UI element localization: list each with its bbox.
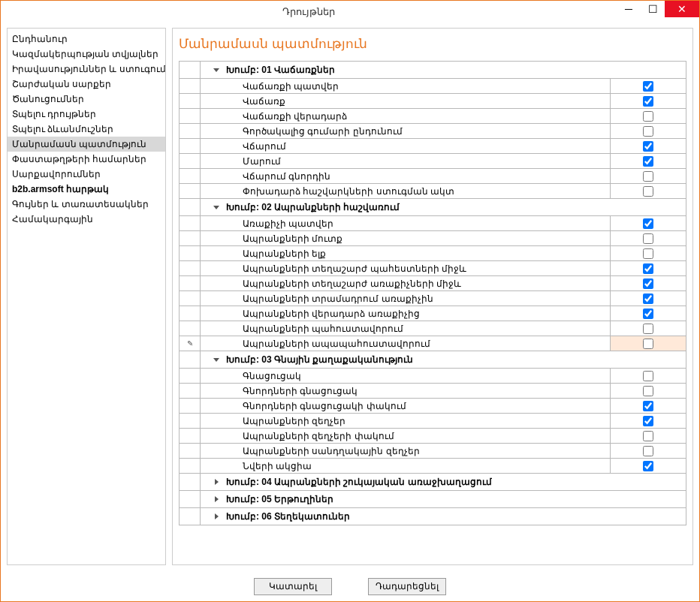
table-row[interactable]: Վաճառքի վերադարձ (180, 109, 686, 124)
table-row[interactable]: Ապրանքների տրամադրում առաքիչին (180, 291, 686, 306)
row-checkbox[interactable] (643, 309, 653, 319)
sidebar-item[interactable]: Ընդհանուր (8, 32, 165, 47)
table-row[interactable]: Ապրանքների պահուստավորում (180, 321, 686, 336)
group-header[interactable]: Խումբ: 06 Տեղեկատուներ (180, 508, 686, 525)
sidebar-item[interactable]: b2b.armsoft հարթակ (8, 182, 165, 197)
row-handle (180, 199, 201, 215)
close-button[interactable]: ✕ (665, 1, 699, 17)
row-checkbox[interactable] (643, 293, 653, 304)
sidebar-item[interactable]: Իրավասություններ և ստուգումներ (8, 62, 165, 77)
table-row[interactable]: Վաճառքի պատվեր (180, 79, 686, 94)
minimize-button[interactable]: ─ (617, 1, 641, 17)
row-label: Ապրանքների տեղաշարժ առաքիչների միջև (201, 276, 611, 290)
row-checkbox[interactable] (643, 401, 653, 411)
group-header[interactable]: Խումբ: 01 Վաճառքներ (180, 62, 686, 79)
row-handle (180, 414, 201, 428)
settings-grid: Խումբ: 01 ՎաճառքներՎաճառքի պատվերՎաճառքՎ… (179, 61, 686, 525)
sidebar-item[interactable]: Շարժական սարքեր (8, 77, 165, 92)
row-checkbox[interactable] (643, 248, 653, 259)
collapse-icon[interactable] (211, 206, 222, 209)
cancel-button[interactable]: Դադարեցնել (368, 578, 446, 595)
group-label: Խումբ: 01 Վաճառքներ (226, 65, 335, 75)
row-label: Ապրանքների սանդղակային զեղչեր (201, 444, 611, 458)
sidebar-item[interactable]: Փաստաթղթերի համարներ (8, 152, 165, 167)
group-label: Խումբ: 03 Գնային քաղաքականություն (226, 354, 413, 365)
table-row[interactable]: Ապրանքների զեղչերի փակում (180, 429, 686, 444)
row-checkbox[interactable] (643, 339, 653, 349)
table-row[interactable]: Առաքիչի պատվեր (180, 216, 686, 231)
row-checkbox[interactable] (643, 324, 653, 334)
table-row[interactable]: Ապրանքների սանդղակային զեղչեր (180, 444, 686, 459)
row-checkbox[interactable] (643, 186, 653, 197)
expand-icon[interactable] (211, 513, 222, 519)
table-row[interactable]: Գործակալից գումարի ընդունում (180, 124, 686, 139)
expand-icon[interactable] (211, 479, 222, 485)
row-checkbox[interactable] (643, 278, 653, 289)
sidebar-item[interactable]: Սարքավորումներ (8, 167, 165, 182)
row-checkbox[interactable] (643, 111, 653, 122)
row-checkbox[interactable] (643, 141, 653, 152)
table-row[interactable]: Ապրանքների զեղչեր (180, 414, 686, 429)
checkbox-cell (611, 414, 686, 428)
row-checkbox[interactable] (643, 96, 653, 107)
checkbox-cell (611, 444, 686, 458)
sidebar-item[interactable]: Կազմակերպության տվյալներ (8, 47, 165, 62)
table-row[interactable]: Վճարում (180, 139, 686, 154)
checkbox-cell (611, 154, 686, 168)
row-handle (180, 184, 201, 198)
table-row[interactable]: ✎Ապրանքների ապապահուստավորում (180, 336, 686, 351)
collapse-icon[interactable] (211, 68, 222, 72)
row-checkbox[interactable] (643, 263, 653, 274)
row-checkbox[interactable] (643, 446, 653, 456)
table-row[interactable]: Ապրանքների տեղաշարժ առաքիչների միջև (180, 276, 686, 291)
row-checkbox[interactable] (643, 386, 653, 396)
sidebar-item[interactable]: Տպելու ձևանմուշներ (8, 122, 165, 137)
row-checkbox[interactable] (643, 171, 653, 182)
table-row[interactable]: Ապրանքների մուտք (180, 231, 686, 246)
grid-scroll[interactable]: Խումբ: 01 ՎաճառքներՎաճառքի պատվերՎաճառքՎ… (173, 61, 692, 564)
row-handle (180, 216, 201, 230)
row-label: Ապրանքների պահուստավորում (201, 321, 611, 336)
table-row[interactable]: Գնացուցակ (180, 369, 686, 384)
sidebar-item[interactable]: Մանրամասն պատմություն (8, 137, 165, 152)
row-handle (180, 94, 201, 108)
row-handle (180, 491, 201, 507)
expand-icon[interactable] (211, 496, 222, 502)
group-header[interactable]: Խումբ: 04 Ապրանքների շուկայական առաջխաղա… (180, 474, 686, 491)
table-row[interactable]: Գնորդների գնացուցակ (180, 384, 686, 399)
checkbox-cell (611, 79, 686, 93)
group-header[interactable]: Խումբ: 05 Երթուղիներ (180, 491, 686, 508)
ok-button[interactable]: Կատարել (254, 578, 332, 595)
maximize-button[interactable]: ☐ (641, 1, 665, 17)
row-label: Ապրանքների վերադարձ առաքիչից (201, 306, 611, 321)
row-checkbox[interactable] (643, 371, 653, 381)
row-checkbox[interactable] (643, 126, 653, 137)
row-checkbox[interactable] (643, 233, 653, 244)
collapse-icon[interactable] (211, 358, 222, 362)
row-checkbox[interactable] (643, 81, 653, 92)
table-row[interactable]: Վճարում գնորդին (180, 169, 686, 184)
checkbox-cell (611, 109, 686, 123)
table-row[interactable]: Գնորդների գնացուցակի փակում (180, 399, 686, 414)
table-row[interactable]: Ապրանքների ելք (180, 246, 686, 261)
sidebar-item[interactable]: Համակարգային (8, 212, 165, 227)
row-handle (180, 444, 201, 458)
table-row[interactable]: Վաճառք (180, 94, 686, 109)
row-label: Վճարում (201, 139, 611, 153)
table-row[interactable]: Ապրանքների վերադարձ առաքիչից (180, 306, 686, 321)
sidebar-item[interactable]: Ծանուցումներ (8, 92, 165, 107)
row-checkbox[interactable] (643, 431, 653, 441)
sidebar-item[interactable]: Գույներ և տառատեսակներ (8, 197, 165, 212)
table-row[interactable]: Ապրանքների տեղաշարժ պահեստների միջև (180, 261, 686, 276)
group-header[interactable]: Խումբ: 02 Ապրանքների հաշվառում (180, 199, 686, 216)
row-checkbox[interactable] (643, 416, 653, 426)
row-checkbox[interactable] (643, 461, 653, 471)
sidebar-item[interactable]: Տպելու դրույթներ (8, 107, 165, 122)
row-checkbox[interactable] (643, 156, 653, 167)
table-row[interactable]: Նվերի ակցիա (180, 459, 686, 474)
row-handle (180, 459, 201, 473)
row-checkbox[interactable] (643, 218, 653, 229)
group-header[interactable]: Խումբ: 03 Գնային քաղաքականություն (180, 351, 686, 369)
table-row[interactable]: Մարում (180, 154, 686, 169)
table-row[interactable]: Փոխադարձ հաշվարկների ստուգման ակտ (180, 184, 686, 199)
